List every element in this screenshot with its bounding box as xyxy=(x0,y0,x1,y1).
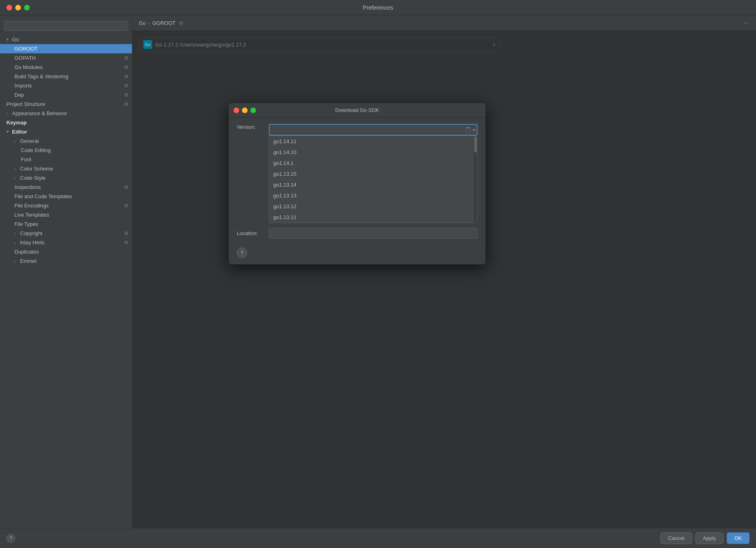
goroot-settings-icon: ⊟ xyxy=(124,46,128,51)
sidebar-item-inspections[interactable]: Inspections ⊟ xyxy=(0,183,132,192)
maximize-button[interactable] xyxy=(24,5,30,10)
breadcrumb-go: Go xyxy=(139,20,146,26)
imports-settings-icon: ⊟ xyxy=(124,83,128,88)
version-dropdown-list: go1.14.11 go1.14.10 go1.14.1 go1.13.15 g… xyxy=(269,136,478,223)
sidebar-item-live-templates[interactable]: Live Templates xyxy=(0,210,132,219)
sidebar-item-go-modules-label: Go Modules xyxy=(14,64,123,70)
close-button[interactable] xyxy=(6,5,12,10)
sidebar-item-copyright[interactable]: Copyright ⊟ xyxy=(0,229,132,238)
cancel-button[interactable]: Cancel xyxy=(660,532,692,544)
location-input[interactable] xyxy=(269,228,478,239)
sidebar-item-copyright-label: Copyright xyxy=(20,230,123,236)
sidebar-item-imports-label: Imports xyxy=(14,83,123,89)
chevron-general-icon xyxy=(14,139,20,144)
sidebar-item-go-modules[interactable]: Go Modules ⊟ xyxy=(0,63,132,72)
chevron-copyright-icon xyxy=(14,231,20,236)
sidebar-item-gopath-label: GOPATH xyxy=(14,55,123,61)
inlay-hints-settings-icon: ⊟ xyxy=(124,240,128,245)
ok-button[interactable]: OK xyxy=(727,532,750,544)
sidebar-item-code-editing[interactable]: Code Editing xyxy=(0,146,132,155)
modal-title: Download Go SDK xyxy=(335,107,379,113)
back-button[interactable]: ← xyxy=(743,19,750,26)
sidebar-item-font-label: Font xyxy=(21,156,128,162)
content-body: Go Go 1.17.2 /Users/wangzhe/go/go1.17.2 … xyxy=(132,31,756,528)
sidebar-item-duplicates[interactable]: Duplicates xyxy=(0,247,132,256)
sidebar-item-duplicates-label: Duplicates xyxy=(14,249,128,255)
sidebar-item-file-code-templates[interactable]: File and Code Templates xyxy=(0,192,132,201)
sidebar-item-color-scheme[interactable]: Color Scheme xyxy=(0,164,132,173)
go-modules-settings-icon: ⊟ xyxy=(124,65,128,70)
apply-button[interactable]: Apply xyxy=(695,532,724,544)
version-option-6[interactable]: go1.13.12 xyxy=(269,201,477,212)
chevron-editor-icon xyxy=(6,129,12,134)
sidebar-item-go-label: Go xyxy=(12,37,128,43)
sidebar-item-inlay-hints[interactable]: Inlay Hints ⊟ xyxy=(0,238,132,247)
version-option-1[interactable]: go1.14.10 xyxy=(269,147,477,158)
help-button[interactable]: ? xyxy=(6,534,15,543)
modal-maximize-button[interactable] xyxy=(250,108,256,113)
version-label: Version: xyxy=(237,124,269,130)
version-option-5[interactable]: go1.13.13 xyxy=(269,190,477,201)
dep-settings-icon: ⊟ xyxy=(124,92,128,97)
sidebar-item-font[interactable]: Font xyxy=(0,155,132,164)
minimize-button[interactable] xyxy=(15,5,21,10)
sidebar-item-appearance-behavior[interactable]: Appearance & Behavior xyxy=(0,109,132,118)
modal-minimize-button[interactable] xyxy=(242,108,248,113)
version-option-7[interactable]: go1.13.11 xyxy=(269,212,477,223)
sidebar-item-file-encodings[interactable]: File Encodings ⊟ xyxy=(0,201,132,210)
sidebar-item-file-types-label: File Types xyxy=(14,221,128,227)
search-wrap: 🔍 xyxy=(0,18,132,35)
window-title: Preferences xyxy=(363,4,393,11)
sidebar-item-code-editing-label: Code Editing xyxy=(21,147,128,153)
sidebar-item-file-types[interactable]: File Types xyxy=(0,219,132,229)
version-input[interactable] xyxy=(269,124,478,136)
dropdown-scrollbar-thumb[interactable] xyxy=(474,136,477,152)
search-input[interactable] xyxy=(4,21,128,31)
bottom-bar: ? Cancel Apply OK xyxy=(0,528,756,548)
version-option-3[interactable]: go1.13.15 xyxy=(269,168,477,179)
version-option-2[interactable]: go1.14.1 xyxy=(269,158,477,168)
sidebar-item-editor[interactable]: Editor xyxy=(0,127,132,136)
modal-title-bar: Download Go SDK xyxy=(229,103,486,118)
modal-help-button[interactable]: ? xyxy=(237,248,247,258)
sidebar-item-live-templates-label: Live Templates xyxy=(14,212,128,218)
sidebar-item-emmet[interactable]: Emmet xyxy=(0,256,132,266)
sidebar-item-dep-label: Dep xyxy=(14,92,123,98)
version-option-4[interactable]: go1.13.14 xyxy=(269,179,477,190)
sidebar-item-project-structure[interactable]: Project Structure ⊟ xyxy=(0,99,132,109)
sidebar-item-build-tags[interactable]: Build Tags & Vendoring ⊟ xyxy=(0,72,132,81)
sidebar-item-build-tags-label: Build Tags & Vendoring xyxy=(14,73,123,79)
file-encodings-settings-icon: ⊟ xyxy=(124,203,128,208)
download-go-sdk-modal: Download Go SDK Version: ▾ xyxy=(229,103,486,264)
sidebar-item-code-style[interactable]: Code Style xyxy=(0,173,132,183)
loading-spinner-icon xyxy=(465,127,471,133)
modal-close-button[interactable] xyxy=(234,108,239,113)
version-input-wrap: ▾ go1.14.11 go1.14.10 go1.14.1 go1.13 xyxy=(269,124,478,136)
sidebar-item-goroot[interactable]: GOROOT ⊟ xyxy=(0,44,132,53)
modal-window-controls xyxy=(234,108,256,113)
sidebar-item-gopath[interactable]: GOPATH ⊟ xyxy=(0,53,132,63)
sidebar-item-editor-label: Editor xyxy=(12,129,128,135)
sidebar-item-file-encodings-label: File Encodings xyxy=(14,203,123,209)
sidebar-item-imports[interactable]: Imports ⊟ xyxy=(0,81,132,90)
sidebar-item-project-structure-label: Project Structure xyxy=(6,101,123,107)
sidebar-item-inlay-hints-label: Inlay Hints xyxy=(20,239,123,246)
version-option-0[interactable]: go1.14.11 xyxy=(269,136,477,147)
copyright-settings-icon: ⊟ xyxy=(124,231,128,236)
modal-body: Version: ▾ xyxy=(229,118,486,264)
version-row: Version: ▾ xyxy=(237,124,478,136)
main-layout: 🔍 Go GOROOT ⊟ GOPATH ⊟ Go Modules ⊟ Buil… xyxy=(0,15,756,528)
sidebar-item-dep[interactable]: Dep ⊟ xyxy=(0,90,132,99)
content-area: Go › GOROOT ⊟ ← Go Go 1.17.2 /Users/wang… xyxy=(132,15,756,528)
sidebar-item-go[interactable]: Go xyxy=(0,35,132,44)
dropdown-scrollbar-track[interactable] xyxy=(474,136,477,223)
breadcrumb-settings-icon: ⊟ xyxy=(179,20,183,26)
sidebar-item-inspections-label: Inspections xyxy=(14,184,123,190)
build-tags-settings-icon: ⊟ xyxy=(124,74,128,79)
sidebar-item-general[interactable]: General xyxy=(0,136,132,146)
project-structure-settings-icon: ⊟ xyxy=(124,101,128,107)
content-header: Go › GOROOT ⊟ ← xyxy=(132,15,756,31)
sidebar-item-keymap[interactable]: Keymap xyxy=(0,118,132,127)
sidebar-item-color-scheme-label: Color Scheme xyxy=(20,166,128,172)
chevron-emmet-icon xyxy=(14,259,20,264)
